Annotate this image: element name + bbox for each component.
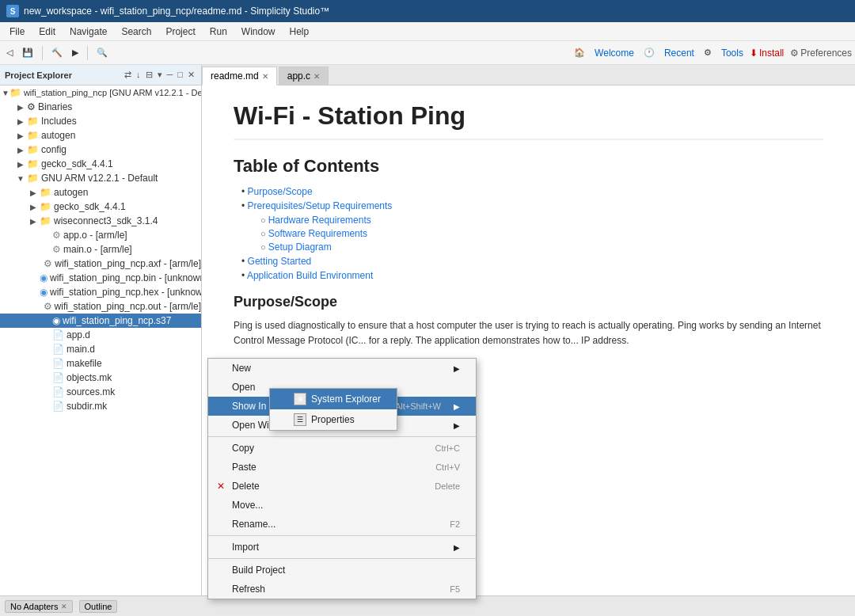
submenu-item-properties[interactable]: ☰ Properties [270,409,397,430]
ctx-item-copy[interactable]: Copy Ctrl+C [208,439,476,458]
ctx-item-import[interactable]: Import ▶ [208,538,476,557]
ctx-shortcut-delete: Delete [435,481,460,491]
ctx-label-copy: Copy [232,443,254,454]
ctx-arrow-new: ▶ [454,364,460,373]
ctx-shortcut-refresh: F5 [450,584,460,594]
ctx-label-paste: Paste [232,462,256,473]
ctx-shortcut-show-in: Alt+Shift+W [395,401,441,411]
ctx-item-move[interactable]: Move... [208,496,476,515]
ctx-item-delete[interactable]: ✕ Delete Delete [208,477,476,496]
ctx-arrow-import: ▶ [454,543,460,552]
ctx-label-new: New [232,363,251,374]
ctx-shortcut-paste: Ctrl+V [435,462,460,472]
system-explorer-icon: 🖥 [294,393,306,405]
ctx-label-rename: Rename... [232,519,276,530]
properties-icon: ☰ [294,413,306,426]
ctx-sep2 [208,535,476,536]
ctx-shortcut-rename: F2 [450,519,460,529]
ctx-label-delete: Delete [232,481,260,492]
ctx-item-refresh[interactable]: Refresh F5 [208,580,476,599]
ctx-shortcut-copy: Ctrl+C [435,443,460,453]
ctx-sep3 [208,558,476,559]
show-in-submenu: 🖥 System Explorer ☰ Properties [269,388,397,431]
ctx-arrow-show-in: ▶ [454,402,460,411]
submenu-label-system-explorer: System Explorer [311,394,381,405]
delete-icon: ✕ [215,481,227,492]
ctx-label-move: Move... [232,500,263,511]
ctx-label-show-in: Show In [232,401,266,412]
ctx-item-build[interactable]: Build Project [208,561,476,580]
ctx-label-refresh: Refresh [232,584,265,595]
ctx-label-build: Build Project [232,565,285,576]
ctx-item-new[interactable]: New ▶ [208,359,476,378]
submenu-label-properties: Properties [311,414,355,425]
ctx-item-paste[interactable]: Paste Ctrl+V [208,458,476,477]
submenu-item-system-explorer[interactable]: 🖥 System Explorer [270,389,397,409]
ctx-sep1 [208,436,476,437]
context-menu-overlay: New ▶ Open Show In Alt+Shift+W ▶ Open Wi… [0,0,855,616]
ctx-label-open: Open [232,382,255,393]
ctx-label-import: Import [232,542,259,553]
ctx-arrow-open-with: ▶ [454,421,460,430]
ctx-item-rename[interactable]: Rename... F2 [208,515,476,534]
